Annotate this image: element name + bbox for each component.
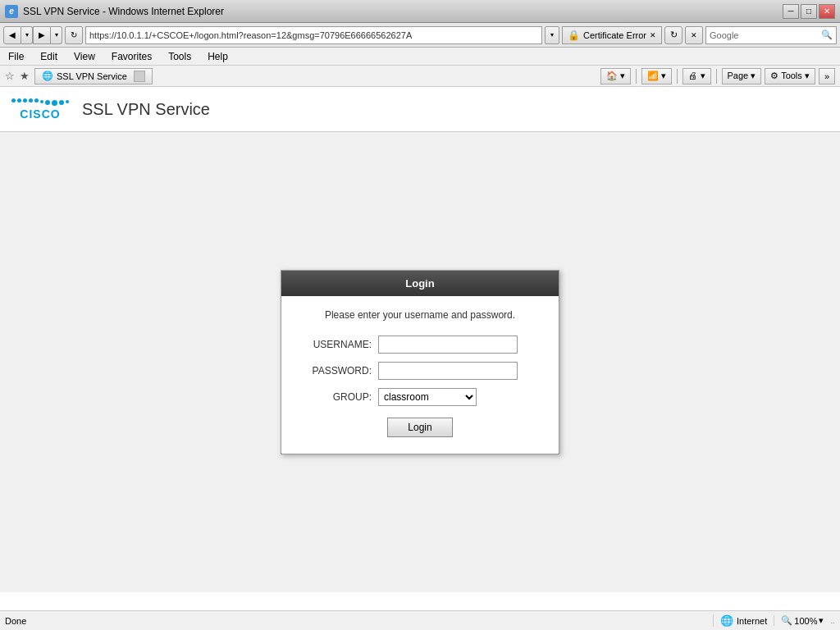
dot2: [17, 98, 21, 103]
refresh-btn2[interactable]: ↻: [664, 26, 682, 44]
group-label: GROUP:: [298, 391, 372, 403]
forward-dropdown[interactable]: ▾: [51, 26, 62, 44]
url-text: https://10.0.1.1/+CSCOE+/logon.html?reas…: [89, 30, 412, 40]
status-text: Done: [5, 616, 713, 626]
menu-edit[interactable]: Edit: [37, 49, 61, 64]
forward-button[interactable]: ▶: [33, 26, 51, 44]
zone-label: Internet: [737, 616, 767, 626]
tab-label: SSL VPN Service: [57, 71, 127, 81]
tab-stop-loading: [134, 71, 145, 82]
toolbar-right: 🏠 ▾ 📶 ▾ 🖨 ▾ Page ▾ ⚙ Tools ▾ »: [600, 68, 835, 84]
back-button[interactable]: ◀: [3, 26, 21, 44]
separator2: [677, 69, 678, 84]
page-content: CISCO SSL VPN Service Login Please enter…: [0, 87, 840, 592]
home-button[interactable]: 🏠 ▾: [600, 68, 631, 84]
dot4: [29, 98, 33, 103]
username-row: USERNAME:: [298, 336, 542, 354]
menu-bar: File Edit View Favorites Tools Help: [0, 48, 840, 66]
more-button[interactable]: »: [819, 68, 835, 84]
separator: [636, 69, 637, 84]
window-title: SSL VPN Service - Windows Internet Explo…: [23, 6, 783, 17]
tab-icon: 🌐: [42, 71, 53, 81]
cisco-header: CISCO SSL VPN Service: [0, 87, 840, 132]
zoom-section: 🔍 100% ▾: [774, 615, 824, 626]
cisco-logo: CISCO: [11, 98, 69, 121]
menu-help[interactable]: Help: [204, 49, 231, 64]
search-icon[interactable]: 🔍: [821, 30, 833, 40]
menu-view[interactable]: View: [71, 49, 98, 64]
stop-button[interactable]: ✕: [685, 26, 703, 44]
cisco-wordmark: CISCO: [20, 107, 60, 121]
cert-error-label: Certificate Error: [583, 30, 646, 40]
menu-favorites[interactable]: Favorites: [108, 49, 155, 64]
group-row: GROUP: classroom: [298, 388, 542, 406]
close-button[interactable]: ✕: [819, 4, 835, 19]
dot6: [40, 100, 43, 103]
search-input[interactable]: Google: [710, 30, 821, 40]
username-label: USERNAME:: [298, 339, 372, 350]
dot9: [59, 100, 64, 105]
menu-tools[interactable]: Tools: [165, 49, 194, 64]
username-input[interactable]: [378, 336, 518, 354]
favorites-bar: ☆ ★ 🌐 SSL VPN Service 🏠 ▾ 📶 ▾ 🖨 ▾ Page ▾…: [0, 66, 840, 87]
password-input[interactable]: [378, 362, 518, 380]
status-bar: Done 🌐 Internet 🔍 100% ▾ ..: [0, 610, 840, 630]
status-zone: 🌐 Internet: [713, 614, 767, 627]
login-body: Please enter your username and password.…: [281, 296, 559, 454]
password-label: PASSWORD:: [298, 365, 372, 377]
add-favorites-icon[interactable]: ☆: [5, 70, 15, 82]
back-dropdown[interactable]: ▾: [21, 26, 33, 44]
login-btn-row: Login: [298, 418, 542, 437]
go-button[interactable]: ▾: [545, 26, 559, 44]
password-row: PASSWORD:: [298, 362, 542, 380]
feeds-button[interactable]: 📶 ▾: [641, 68, 672, 84]
browser-icon: e: [5, 5, 18, 18]
titlebar: e SSL VPN Service - Windows Internet Exp…: [0, 0, 840, 23]
status-right: 🌐 Internet 🔍 100% ▾ ..: [713, 614, 835, 627]
dot3: [23, 98, 27, 103]
zoom-icon: 🔍: [781, 615, 792, 626]
menu-file[interactable]: File: [5, 49, 27, 64]
favorites-icon[interactable]: ★: [20, 70, 30, 82]
dot10: [66, 100, 69, 103]
dot7: [45, 100, 50, 105]
dot5: [34, 98, 39, 103]
cert-icon: 🔒: [568, 30, 580, 41]
separator3: [716, 69, 717, 84]
site-title: SSL VPN Service: [82, 100, 210, 119]
login-header: Login: [281, 271, 559, 296]
print-button[interactable]: 🖨 ▾: [682, 68, 710, 84]
group-select[interactable]: classroom: [378, 388, 477, 406]
page-button[interactable]: Page ▾: [722, 68, 762, 84]
page-tab[interactable]: 🌐 SSL VPN Service: [34, 68, 153, 84]
cisco-dots: [11, 98, 69, 106]
login-button[interactable]: Login: [387, 418, 453, 437]
dot8: [52, 100, 57, 106]
main-content: Login Please enter your username and pas…: [0, 132, 840, 592]
cert-error-tab[interactable]: 🔒 Certificate Error ✕: [562, 26, 662, 44]
window-controls: ─ □ ✕: [783, 4, 835, 19]
cisco-dot-row1: [11, 98, 39, 106]
zoom-label: 100%: [794, 616, 817, 626]
back-forward-buttons: ◀ ▾ ▶ ▾: [3, 26, 62, 44]
address-input[interactable]: https://10.0.1.1/+CSCOE+/logon.html?reas…: [85, 26, 542, 44]
refresh-button[interactable]: ↻: [65, 26, 83, 44]
maximize-button[interactable]: □: [801, 4, 817, 19]
search-box[interactable]: Google 🔍: [705, 26, 837, 44]
status-extra: ..: [830, 616, 835, 625]
cert-tab-close[interactable]: ✕: [650, 31, 656, 39]
zoom-dropdown-icon[interactable]: ▾: [819, 615, 824, 626]
login-box: Login Please enter your username and pas…: [281, 270, 559, 454]
dot1: [11, 98, 16, 103]
address-bar: ◀ ▾ ▶ ▾ ↻ https://10.0.1.1/+CSCOE+/logon…: [0, 23, 840, 48]
globe-icon: 🌐: [720, 614, 733, 627]
minimize-button[interactable]: ─: [783, 4, 799, 19]
login-prompt: Please enter your username and password.: [298, 309, 542, 321]
tools-button[interactable]: ⚙ Tools ▾: [765, 68, 815, 84]
